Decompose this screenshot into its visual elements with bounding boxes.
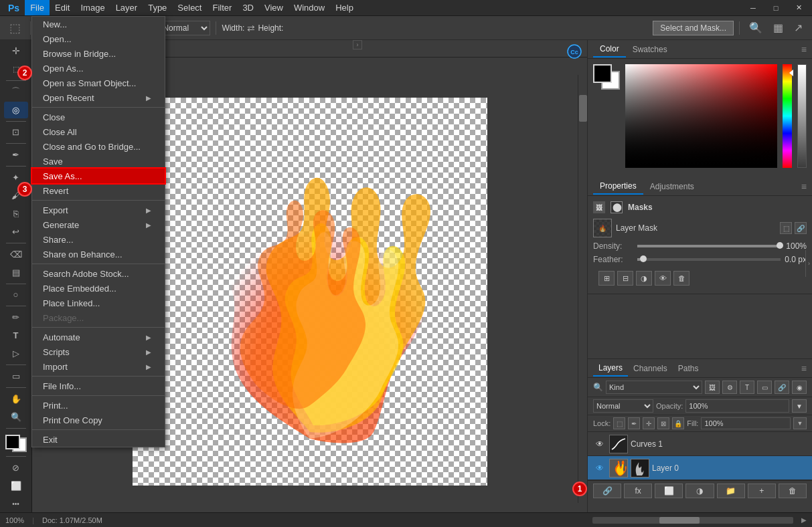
panel-layout-icon[interactable]: ▦	[769, 21, 787, 34]
masks-circle-icon[interactable]: ⬤	[611, 201, 623, 213]
blend-mode-select[interactable]: Normal	[593, 399, 653, 413]
menu-select[interactable]: Select	[172, 0, 207, 15]
right-edge-toggle[interactable]: ›	[805, 250, 812, 277]
menu-scripts[interactable]: Scripts ▶	[32, 344, 165, 359]
alpha-bar[interactable]	[797, 64, 807, 168]
fill-input[interactable]: 100%	[701, 417, 791, 429]
menu-open-as[interactable]: Open As...	[32, 61, 165, 76]
horizontal-scrollbar[interactable]	[592, 517, 793, 524]
menu-filter[interactable]: Filter	[207, 0, 237, 15]
lock-paint-btn[interactable]: ✒	[628, 417, 640, 429]
move-tool[interactable]: ✛	[4, 43, 28, 60]
opacity-input[interactable]: 100%	[685, 399, 789, 413]
scrollbar-thumb[interactable]	[579, 95, 587, 122]
menu-revert[interactable]: Revert	[32, 183, 165, 198]
menu-view[interactable]: View	[259, 0, 289, 15]
stamp-tool[interactable]: ⎘	[4, 205, 28, 222]
mask-select-icon[interactable]: ⊞	[598, 271, 615, 286]
layer0-visibility-icon[interactable]: 👁	[593, 461, 606, 475]
menu-save[interactable]: Save	[32, 154, 165, 169]
menu-package[interactable]: Package...	[32, 310, 165, 325]
foreground-color-swatch[interactable]	[593, 64, 612, 83]
layers-tab[interactable]: Layers	[593, 360, 628, 377]
feather-slider[interactable]	[637, 258, 781, 261]
link-layers-btn[interactable]: 🔗	[593, 484, 621, 498]
panel-toggle[interactable]: ›	[353, 40, 362, 49]
layer-mask-thumb[interactable]: 🔥	[593, 219, 612, 237]
menu-search-stock[interactable]: Search Adobe Stock...	[32, 266, 165, 281]
menu-file-info[interactable]: File Info...	[32, 379, 165, 393]
eraser-tool[interactable]: ⌫	[4, 246, 28, 263]
crop-tool[interactable]: ⊡	[4, 124, 28, 140]
filter-adjust-btn[interactable]: ⚙	[722, 381, 737, 394]
curves-thumb[interactable]	[609, 435, 628, 453]
maximize-button[interactable]: □	[765, 1, 787, 15]
layer0-row[interactable]: 👁 Layer 0	[588, 456, 812, 480]
delete-layer-btn[interactable]: 🗑	[779, 484, 807, 498]
select-mask-button[interactable]: Select and Mask...	[653, 21, 734, 35]
lock-all-btn[interactable]: 🔒	[672, 417, 684, 429]
menu-export[interactable]: Export ▶	[32, 203, 165, 217]
menu-browse-bridge[interactable]: Browse in Bridge...	[32, 46, 165, 61]
menu-layer[interactable]: Layer	[110, 0, 143, 15]
history-brush-tool[interactable]: ↩	[4, 223, 28, 240]
screen-mode-tool[interactable]: ⬜	[4, 478, 28, 494]
app-icon-btn[interactable]: Ps	[3, 0, 25, 15]
curves-visibility-icon[interactable]: 👁	[593, 437, 606, 451]
menu-open-recent[interactable]: Open Recent ▶	[32, 90, 165, 105]
dodge-tool[interactable]: ○	[4, 286, 28, 303]
path-select-tool[interactable]: ▷	[4, 345, 28, 362]
menu-print[interactable]: Print...	[32, 398, 165, 413]
menu-3d[interactable]: 3D	[237, 0, 259, 15]
mask-range-icon[interactable]: 👁	[655, 271, 671, 286]
quick-select-tool[interactable]: ◎	[4, 102, 28, 118]
properties-options[interactable]: ≡	[801, 181, 807, 192]
cc-icon[interactable]: Cc	[567, 44, 582, 61]
vertical-scrollbar[interactable]	[578, 75, 587, 503]
color-panel-tab[interactable]: Color	[593, 41, 626, 58]
menu-automate[interactable]: Automate ▶	[32, 330, 165, 344]
search-icon[interactable]: 🔍	[745, 21, 766, 34]
mask-delete-icon[interactable]: 🗑	[673, 271, 689, 286]
fill-options-btn[interactable]: ▼	[793, 417, 807, 429]
share-icon[interactable]: ↗	[790, 21, 807, 34]
fg-bg-colors[interactable]	[4, 433, 28, 453]
menu-open[interactable]: Open...	[32, 31, 165, 46]
masks-image-icon[interactable]: 🖼	[593, 201, 605, 213]
type-tool[interactable]: T	[4, 327, 28, 344]
lock-artboard-btn[interactable]: ⊠	[657, 417, 669, 429]
fg-bg-color-swatches[interactable]	[593, 64, 620, 90]
hue-bar[interactable]	[783, 64, 792, 168]
color-gradient-container[interactable]	[625, 64, 777, 168]
hand-tool[interactable]: ✋	[4, 391, 28, 407]
lock-pixels-btn[interactable]: ⬚	[613, 417, 625, 429]
menu-print-one-copy[interactable]: Print One Copy	[32, 413, 165, 427]
filter-shape-btn[interactable]: ▭	[757, 381, 772, 394]
menu-place-embedded[interactable]: Place Embedded...	[32, 281, 165, 296]
zoom-tool[interactable]: 🔍	[4, 409, 28, 425]
menu-share-behance[interactable]: Share on Behance...	[32, 247, 165, 261]
new-group-btn[interactable]: 📁	[717, 484, 745, 498]
menu-file[interactable]: File	[25, 0, 50, 15]
menu-new[interactable]: New...	[32, 17, 165, 31]
menu-close-bridge[interactable]: Close and Go to Bridge...	[32, 139, 165, 154]
menu-generate[interactable]: Generate ▶	[32, 217, 165, 232]
menu-help[interactable]: Help	[330, 0, 359, 15]
mask-invert-icon[interactable]: ⊟	[617, 271, 633, 286]
color-panel-options[interactable]: ≡	[801, 44, 807, 55]
lock-position-btn[interactable]: ✛	[643, 417, 655, 429]
kind-filter-select[interactable]: Kind	[606, 381, 702, 394]
mask-edge-icon[interactable]: ◑	[636, 271, 652, 286]
curves-layer-row[interactable]: 👁 Curves 1	[588, 432, 812, 456]
layer0-fire-thumb[interactable]	[609, 459, 628, 478]
menu-edit[interactable]: Edit	[50, 0, 75, 15]
layer0-mask-thumb[interactable]	[631, 459, 649, 478]
more-tools[interactable]: •••	[4, 496, 28, 512]
h-scroll-thumb[interactable]	[659, 517, 700, 524]
swatches-panel-tab[interactable]: Swatches	[626, 42, 674, 57]
mask-add-pixel-icon[interactable]: ⬚	[780, 222, 792, 234]
menu-close-all[interactable]: Close All	[32, 124, 165, 139]
adjustments-tab[interactable]: Adjustments	[643, 179, 701, 194]
menu-share[interactable]: Share...	[32, 232, 165, 247]
menu-place-linked[interactable]: Place Linked...	[32, 296, 165, 310]
